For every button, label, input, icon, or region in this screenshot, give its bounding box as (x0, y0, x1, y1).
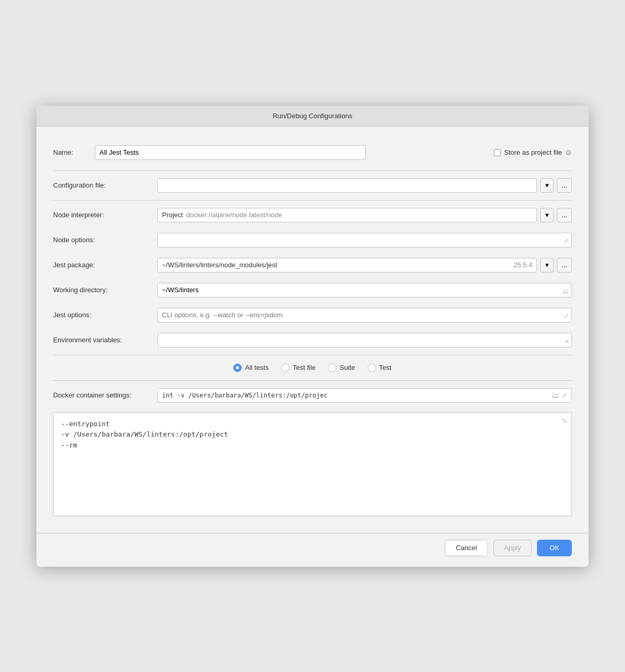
jest-package-path: ~/WS/linters/linters/node_modules/jest (162, 261, 509, 269)
radio-all-tests-label: All tests (245, 364, 269, 371)
node-interpreter-row: Node interpreter: Project docker://alpin… (53, 203, 572, 228)
ellipsis-icon-3: ... (561, 261, 567, 269)
docker-row: Docker container settings: int -v /Users… (53, 383, 572, 408)
dropdown-icon-3: ▾ (545, 261, 549, 269)
docker-textarea-container: ⤡ --entrypoint -v /Users/barbara/WS/lint… (53, 412, 572, 516)
working-dir-label: Working directory: (53, 286, 157, 294)
jest-package-row: Jest package: ~/WS/linters/linters/node_… (53, 253, 572, 278)
radio-suite[interactable]: Suite (328, 364, 355, 372)
docker-textarea-content[interactable]: --entrypoint -v /Users/barbara/WS/linter… (61, 419, 564, 451)
divider-4 (53, 380, 572, 381)
docker-label: Docker container settings: (53, 391, 157, 399)
apply-button[interactable]: Apply (493, 540, 532, 556)
docker-field-wrapper: int -v /Users/barbara/WS/linters:/opt/pr… (157, 388, 572, 403)
node-options-wrapper: ⤢ (157, 233, 572, 247)
dialog-footer: Cancel Apply OK (36, 533, 589, 567)
docker-value: int -v /Users/barbara/WS/linters:/opt/pr… (162, 392, 548, 399)
jest-package-field: ~/WS/linters/linters/node_modules/jest 2… (157, 258, 572, 272)
env-vars-row: Environment variables: ≡ (53, 328, 572, 353)
jest-package-dropdown[interactable]: ▾ (540, 258, 554, 272)
ellipsis-icon-2: ... (561, 211, 567, 219)
gear-icon[interactable]: ⚙ (565, 148, 572, 157)
name-row: Name: Store as project file ⚙ (53, 139, 572, 166)
node-interp-prefix: Project (162, 211, 183, 219)
jest-options-input[interactable] (157, 308, 572, 322)
env-vars-wrapper: ≡ (157, 333, 572, 347)
config-file-browse[interactable]: ... (557, 178, 572, 193)
dialog-title: Run/Debug Configurations (272, 112, 352, 120)
config-file-input[interactable] (157, 178, 537, 193)
node-interpreter-browse[interactable]: ... (557, 208, 572, 222)
radio-all-tests[interactable]: All tests (233, 364, 269, 372)
store-project-checkbox[interactable] (494, 149, 501, 156)
radio-test[interactable]: Test (368, 364, 392, 372)
ok-button[interactable]: OK (537, 540, 572, 556)
name-label: Name: (53, 148, 95, 156)
node-options-input[interactable] (157, 233, 572, 247)
run-debug-dialog: Run/Debug Configurations Name: Store as … (36, 106, 589, 567)
jest-package-label: Jest package: (53, 261, 157, 269)
env-vars-input[interactable] (157, 333, 572, 347)
docker-field[interactable]: int -v /Users/barbara/WS/linters:/opt/pr… (157, 388, 572, 403)
config-file-label: Configuration file: (53, 181, 157, 189)
divider-2 (53, 200, 572, 201)
dialog-content: Name: Store as project file ⚙ Configurat… (36, 127, 589, 533)
jest-options-row: Jest options: ⤢ (53, 303, 572, 328)
config-file-field: ▾ ... (157, 178, 572, 193)
radio-group: All tests Test file Suite Test (53, 357, 572, 378)
name-input[interactable] (95, 145, 366, 160)
cancel-button[interactable]: Cancel (445, 540, 488, 556)
jest-package-version: 25.5.4 (514, 261, 532, 269)
config-file-dropdown[interactable]: ▾ (540, 178, 554, 193)
env-vars-icon[interactable]: ≡ (566, 338, 569, 344)
node-interp-value: docker://alpine/node:latest/node (186, 211, 282, 219)
docker-folder-icon[interactable]: 🗂 (552, 391, 559, 400)
config-file-row: Configuration file: ▾ ... (53, 173, 572, 198)
jest-package-display[interactable]: ~/WS/linters/linters/node_modules/jest 2… (157, 258, 537, 272)
jest-options-wrapper: ⤢ (157, 308, 572, 322)
env-vars-label: Environment variables: (53, 336, 157, 344)
node-interpreter-dropdown[interactable]: ▾ (540, 208, 554, 222)
radio-test-file-label: Test file (293, 364, 316, 371)
divider-1 (53, 170, 572, 171)
radio-test-file-circle[interactable] (281, 364, 290, 372)
node-interpreter-label: Node interpreter: (53, 211, 157, 219)
jest-options-expand-icon[interactable]: ⤢ (564, 313, 569, 319)
dropdown-icon: ▾ (545, 181, 549, 189)
node-interpreter-field: Project docker://alpine/node:latest/node… (157, 208, 572, 222)
radio-test-file[interactable]: Test file (281, 364, 316, 372)
jest-options-label: Jest options: (53, 311, 157, 319)
radio-suite-circle[interactable] (328, 364, 336, 372)
working-dir-input[interactable] (157, 283, 572, 297)
node-options-row: Node options: ⤢ (53, 228, 572, 253)
divider-3 (53, 355, 572, 355)
ellipsis-icon: ... (561, 181, 567, 189)
radio-all-tests-circle[interactable] (233, 364, 242, 372)
jest-package-browse[interactable]: ... (557, 258, 572, 272)
radio-test-circle[interactable] (368, 364, 376, 372)
working-dir-row: Working directory: 🗂 (53, 278, 572, 303)
node-options-label: Node options: (53, 236, 157, 244)
node-interpreter-display[interactable]: Project docker://alpine/node:latest/node (157, 208, 537, 222)
docker-expand-icon[interactable]: ⤢ (562, 392, 567, 399)
store-project-container: Store as project file ⚙ (494, 148, 572, 157)
folder-icon[interactable]: 🗂 (563, 288, 569, 294)
working-dir-wrapper: 🗂 (157, 283, 572, 297)
node-options-expand-icon[interactable]: ⤢ (564, 238, 569, 244)
store-project-label: Store as project file (504, 148, 562, 156)
radio-test-label: Test (379, 364, 392, 371)
title-bar: Run/Debug Configurations (36, 106, 589, 127)
textarea-collapse-icon[interactable]: ⤡ (561, 417, 567, 425)
radio-suite-label: Suite (340, 364, 355, 371)
dropdown-icon-2: ▾ (545, 211, 549, 219)
